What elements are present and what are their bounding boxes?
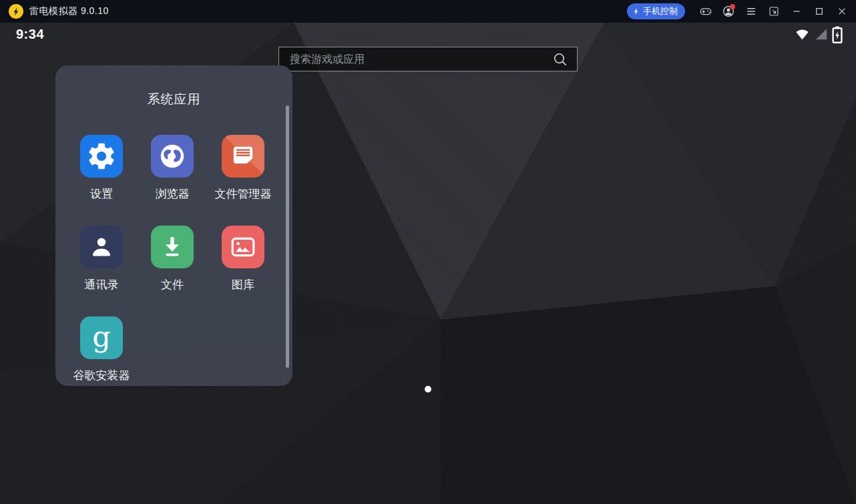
app-contacts[interactable]: 通讯录 (66, 226, 137, 316)
window-title: 雷电模拟器 9.0.10 (29, 5, 109, 17)
g-letter-glyph: g (92, 322, 111, 351)
gallery-image-icon (222, 226, 264, 268)
app-label: 浏览器 (156, 186, 190, 202)
contacts-person-icon (80, 226, 123, 268)
signal-icon (813, 26, 829, 41)
android-screen: 9:34 系统应用 设置 (0, 23, 856, 504)
menu-icon[interactable] (740, 0, 763, 23)
close-button[interactable] (831, 0, 853, 23)
app-grid: 设置 浏览器 (66, 135, 278, 407)
minimize-button[interactable] (785, 0, 808, 23)
window-titlebar: 雷电模拟器 9.0.10 手机控制 (0, 0, 856, 23)
app-label: 文件 (161, 277, 184, 292)
notification-dot (730, 4, 735, 9)
search-input[interactable] (290, 53, 552, 65)
browser-globe-icon (151, 135, 194, 178)
account-icon[interactable] (717, 0, 740, 23)
gamepad-icon[interactable] (694, 0, 717, 23)
search-bar (278, 47, 578, 71)
app-files[interactable]: 文件 (137, 226, 208, 316)
phone-control-button[interactable]: 手机控制 (627, 3, 685, 19)
app-label: 设置 (90, 186, 113, 202)
files-download-icon (151, 226, 194, 268)
app-settings[interactable]: 设置 (66, 135, 137, 226)
folder-title: 系统应用 (55, 91, 292, 108)
search-icon[interactable] (552, 51, 569, 68)
file-manager-icon (222, 135, 264, 178)
status-time: 9:34 (16, 27, 44, 42)
app-label: 文件管理器 (215, 186, 272, 202)
wifi-icon (795, 26, 810, 41)
ldplayer-logo-icon (9, 4, 23, 19)
app-gallery[interactable]: 图库 (208, 226, 278, 316)
system-apps-folder: 系统应用 设置 浏览器 (55, 65, 292, 386)
folder-scrollbar[interactable] (286, 105, 289, 368)
settings-gear-icon (80, 135, 123, 178)
app-label: 通讯录 (85, 277, 119, 292)
app-label: 谷歌安装器 (73, 368, 130, 383)
lightning-icon (632, 7, 640, 15)
app-file-manager[interactable]: 文件管理器 (208, 135, 278, 226)
app-label: 图库 (232, 277, 254, 292)
resize-window-icon[interactable] (763, 0, 785, 23)
battery-charging-icon (832, 26, 843, 43)
maximize-button[interactable] (808, 0, 831, 23)
app-google-installer[interactable]: g 谷歌安装器 (66, 316, 137, 407)
app-browser[interactable]: 浏览器 (137, 135, 208, 226)
google-installer-icon: g (80, 316, 123, 359)
page-indicator-dot (425, 386, 431, 393)
